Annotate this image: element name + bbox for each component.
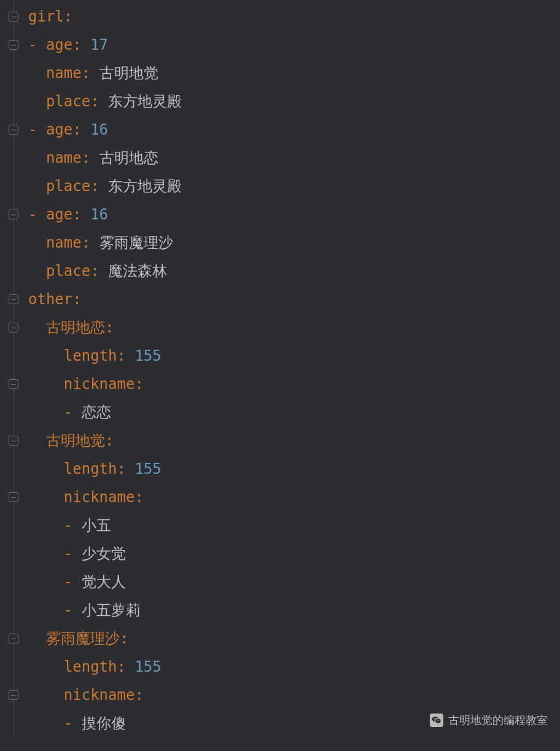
fold-marker (0, 342, 27, 370)
fold-marker (0, 172, 27, 200)
code-line[interactable]: - age: 16 (28, 116, 560, 144)
yaml-colon: : (82, 65, 99, 82)
yaml-dash: - (64, 602, 82, 619)
yaml-value: 16 (90, 121, 108, 138)
fold-marker (0, 87, 27, 116)
code-line[interactable]: - 恋恋 (28, 398, 560, 427)
yaml-value: 155 (134, 460, 161, 478)
yaml-key: 古明地恋 (46, 319, 105, 336)
yaml-value: 东方地灵殿 (108, 178, 182, 195)
code-line[interactable]: - age: 17 (28, 31, 560, 59)
fold-marker[interactable] (0, 427, 27, 455)
fold-marker[interactable] (0, 116, 27, 144)
code-line[interactable]: - age: 16 (28, 200, 560, 229)
fold-marker[interactable] (0, 31, 27, 59)
code-line[interactable]: nickname: (28, 370, 560, 398)
yaml-key: nickname (64, 489, 135, 506)
code-line[interactable]: place: 东方地灵殿 (28, 87, 560, 116)
yaml-colon: : (90, 178, 108, 195)
fold-marker[interactable] (0, 200, 27, 229)
code-line[interactable]: place: 魔法森林 (28, 257, 560, 285)
fold-collapse-icon[interactable] (9, 40, 18, 50)
yaml-key: nickname (64, 686, 135, 704)
yaml-colon: : (117, 658, 135, 675)
code-line[interactable]: nickname: (28, 483, 560, 511)
fold-collapse-icon[interactable] (9, 492, 18, 502)
fold-marker[interactable] (0, 370, 27, 398)
code-line[interactable]: 古明地恋: (28, 313, 560, 342)
yaml-value: 东方地灵殿 (108, 93, 182, 110)
yaml-key: length (64, 658, 117, 675)
code-line[interactable]: name: 雾雨魔理沙 (28, 229, 560, 257)
fold-marker[interactable] (0, 313, 27, 342)
yaml-key: 雾雨魔理沙 (46, 630, 120, 647)
watermark-text: 古明地觉的编程教室 (448, 713, 548, 728)
fold-collapse-icon[interactable] (9, 436, 18, 446)
fold-collapse-icon[interactable] (9, 125, 18, 135)
fold-marker (0, 540, 27, 568)
fold-marker[interactable] (0, 624, 27, 653)
code-line[interactable]: 雾雨魔理沙: (28, 624, 560, 653)
yaml-colon: : (90, 93, 108, 110)
yaml-colon: : (134, 376, 143, 393)
yaml-key: name (46, 65, 82, 82)
fold-collapse-icon[interactable] (9, 294, 18, 304)
yaml-value: 小五 (82, 517, 111, 534)
code-line[interactable]: - 小五 (28, 511, 560, 540)
fold-marker (0, 229, 27, 257)
code-area[interactable]: girl:- age: 17 name: 古明地觉 place: 东方地灵殿- … (27, 2, 560, 751)
fold-marker[interactable] (0, 681, 27, 709)
code-line[interactable]: length: 155 (28, 455, 560, 483)
code-line[interactable]: other: (28, 285, 560, 313)
yaml-dash: - (28, 206, 46, 223)
fold-marker (0, 455, 27, 483)
yaml-key: length (64, 460, 117, 478)
yaml-value: 16 (90, 206, 108, 223)
fold-marker[interactable] (0, 285, 27, 313)
code-line[interactable]: nickname: (28, 681, 560, 709)
fold-collapse-icon[interactable] (9, 12, 18, 22)
fold-marker (0, 144, 27, 172)
yaml-key: nickname (64, 376, 135, 393)
fold-marker[interactable] (0, 483, 27, 511)
yaml-value: 17 (90, 36, 108, 53)
fold-marker[interactable] (0, 2, 27, 31)
fold-collapse-icon[interactable] (9, 379, 18, 389)
yaml-value: 少女觉 (82, 545, 126, 562)
fold-collapse-icon[interactable] (9, 634, 18, 643)
fold-collapse-icon[interactable] (9, 323, 18, 332)
code-line[interactable]: length: 155 (28, 342, 560, 370)
code-line[interactable]: girl: (28, 2, 560, 31)
yaml-dash: - (28, 36, 46, 53)
wechat-icon (430, 714, 443, 727)
yaml-key: age (46, 206, 72, 223)
code-line[interactable]: name: 古明地恋 (28, 144, 560, 172)
code-line[interactable]: - 小五萝莉 (28, 596, 560, 624)
yaml-key: girl (28, 8, 64, 25)
code-line[interactable]: 古明地觉: (28, 427, 560, 455)
code-line[interactable]: place: 东方地灵殿 (28, 172, 560, 200)
code-line[interactable]: length: 155 (28, 653, 560, 681)
yaml-dash: - (28, 121, 46, 138)
yaml-colon: : (64, 8, 72, 25)
yaml-dash: - (64, 517, 82, 534)
fold-marker (0, 568, 27, 596)
code-line[interactable]: - 觉大人 (28, 568, 560, 596)
yaml-value: 古明地觉 (99, 65, 158, 82)
yaml-colon: : (72, 121, 90, 138)
yaml-key: age (46, 121, 72, 138)
yaml-colon: : (105, 432, 114, 449)
code-editor[interactable]: girl:- age: 17 name: 古明地觉 place: 东方地灵殿- … (0, 0, 560, 751)
code-line[interactable]: - 少女觉 (28, 540, 560, 568)
fold-marker (0, 398, 27, 427)
yaml-key: name (46, 234, 82, 251)
yaml-colon: : (120, 630, 128, 647)
yaml-value: 雾雨魔理沙 (99, 234, 173, 251)
fold-marker (0, 511, 27, 540)
code-line[interactable]: name: 古明地觉 (28, 59, 560, 87)
yaml-value: 古明地恋 (99, 149, 158, 167)
yaml-value: 觉大人 (82, 573, 126, 591)
fold-collapse-icon[interactable] (9, 210, 18, 219)
fold-collapse-icon[interactable] (9, 690, 18, 700)
watermark: 古明地觉的编程教室 (430, 713, 548, 728)
